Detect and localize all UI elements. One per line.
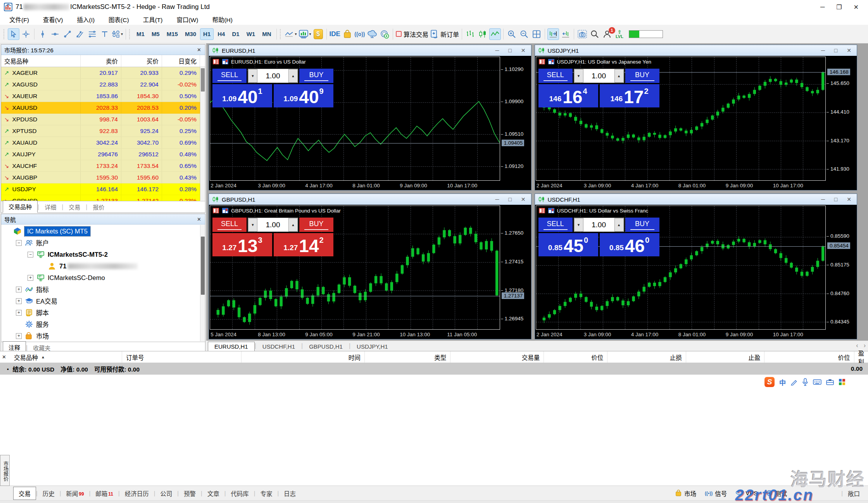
bottom-tab-8[interactable]: 文章 <box>202 487 224 500</box>
tree-expander[interactable]: + <box>16 287 22 292</box>
menu-item-0[interactable]: 文件(F) <box>2 14 36 25</box>
orders-column-1[interactable]: 订单号 <box>122 351 242 363</box>
volume-decrease-button[interactable]: ▼ <box>574 69 583 83</box>
sell-button[interactable]: SELL <box>538 69 573 83</box>
chart-window-titlebar[interactable]: USDCHF,H1─□✕ <box>535 194 857 205</box>
ime-mic-icon[interactable] <box>802 378 808 386</box>
market-watch-row-XAUEUR[interactable]: ↘XAUEUR1853.861854.300.50% <box>1 90 200 102</box>
vps-cloud-button[interactable] <box>366 28 378 40</box>
bottom-tab-6[interactable]: 公司 <box>155 487 177 500</box>
tree-expander[interactable]: − <box>16 240 22 246</box>
market-watch-tab-3[interactable]: 报价 <box>88 201 110 213</box>
bottom-tab-7[interactable]: 预警 <box>179 487 201 500</box>
one-click-trading-icon[interactable] <box>548 59 555 65</box>
one-click-trading-icon[interactable] <box>548 207 555 214</box>
bottom-tab-9[interactable]: 代码库 <box>226 487 254 500</box>
minimize-button[interactable]: ─ <box>495 47 499 54</box>
shapes-tool-button[interactable]: ▾ <box>111 28 123 40</box>
market-watch-column-2[interactable]: 买价 <box>121 55 162 67</box>
one-click-trading-icon[interactable] <box>222 59 229 65</box>
orders-column-9[interactable]: 盈利 <box>854 351 868 363</box>
market-watch-tab-1[interactable]: 详细 <box>39 201 62 213</box>
buy-price[interactable]: 0.85460 <box>600 233 659 256</box>
close-icon[interactable]: ✕ <box>196 47 202 53</box>
market-watch-row-GBPUSD[interactable]: ↘GBPUSD1.271331.271420.23% <box>1 195 200 201</box>
maximize-button[interactable]: ❐ <box>836 3 842 11</box>
close-button[interactable]: ✕ <box>521 196 526 202</box>
menu-item-1[interactable]: 查看(V) <box>36 14 70 25</box>
cursor-tool-button[interactable] <box>8 28 19 40</box>
orders-column-2[interactable]: 时间 <box>242 351 365 363</box>
chart-tab-usdjpy[interactable]: USDJPY,H1 <box>350 342 394 351</box>
candle-chart-mode-button[interactable] <box>477 28 488 40</box>
sell-button[interactable]: SELL <box>538 218 573 232</box>
market-watch-row-XPDUSD[interactable]: ↘XPDUSD998.741003.64-0.05% <box>1 114 200 125</box>
market-watch-scrollbar[interactable] <box>200 67 205 201</box>
navigator-header[interactable]: 导航 ✕ <box>1 214 205 225</box>
bottom-tab-11[interactable]: 日志 <box>279 487 301 500</box>
orders-column-3[interactable]: 类型 <box>365 351 451 363</box>
market-watch-row-XAGUSD[interactable]: ↗XAGUSD22.88322.904-0.02% <box>1 79 200 90</box>
chart-plot-area[interactable]: GBPUSD,H1: Great Britain Pound vs US Dol… <box>210 206 500 330</box>
market-watch-column-0[interactable]: 交易品种 <box>1 55 81 67</box>
depth-of-market-icon[interactable] <box>212 59 219 65</box>
market-watch-tab-0[interactable]: 交易品种 <box>3 201 38 213</box>
chart-canvas[interactable]: USDJPY,H1: US Dollar vs Japanese YenSELL… <box>535 56 857 190</box>
close-icon[interactable]: ✕ <box>196 216 202 222</box>
tree-item-7[interactable]: +脚本 <box>1 307 205 318</box>
tree-expander[interactable]: + <box>28 275 33 281</box>
chart-plot-area[interactable]: EURUSD,H1: Euro vs US DollarSELL▼1.00▲BU… <box>210 57 500 181</box>
zoom-out-button[interactable] <box>518 28 530 40</box>
tree-item-6[interactable]: +EA交易 <box>1 295 205 307</box>
tree-item-3[interactable]: 71 <box>1 260 205 272</box>
levels-button[interactable]: ⇧LVL <box>614 28 625 40</box>
buy-price[interactable]: 146172 <box>600 84 659 107</box>
bottom-tab-0[interactable]: 交易 <box>13 487 36 500</box>
market-store-button[interactable] <box>342 28 353 40</box>
maximize-button[interactable]: □ <box>508 196 511 202</box>
status-VPS[interactable]: VPS <box>735 490 758 497</box>
sell-button[interactable]: SELL <box>212 69 247 83</box>
volume-value[interactable]: 1.00 <box>257 218 288 232</box>
new-order-button[interactable]: 新订单 <box>430 28 459 40</box>
timeframe-d1-button[interactable]: D1 <box>229 28 242 40</box>
bar-chart-mode-button[interactable] <box>464 28 476 40</box>
ime-keyboard-icon[interactable] <box>813 379 821 385</box>
orders-column-0[interactable]: 交易品种▲ <box>10 351 122 363</box>
title-bar[interactable]: 71 ICMarketsSC-MT5-2 - Hedge - Raw Tradi… <box>0 0 868 14</box>
bottom-tab-2[interactable]: 历史 <box>38 487 60 500</box>
orders-column-4[interactable]: 交易量 <box>450 351 544 363</box>
vertical-dock-tab[interactable]: 市场报价 <box>0 455 10 486</box>
ime-pen-icon[interactable] <box>790 379 797 385</box>
market-watch-tab-2[interactable]: 交易 <box>63 201 86 213</box>
menu-item-2[interactable]: 插入(I) <box>70 14 102 25</box>
minimize-button[interactable]: ─ <box>820 3 825 11</box>
chart-tab-usdchf[interactable]: USDCHF,H1 <box>256 342 301 351</box>
volume-decrease-button[interactable]: ▼ <box>248 69 257 83</box>
bottom-tab-10[interactable]: 专家 <box>255 487 277 500</box>
market-watch-row-XPTUSD[interactable]: ↗XPTUSD922.83925.240.25% <box>1 125 200 137</box>
chart-window-titlebar[interactable]: EURUSD,H1─□✕ <box>209 45 531 56</box>
tree-item-8[interactable]: 服务 <box>1 318 205 330</box>
ide-button[interactable]: IDE <box>329 28 341 40</box>
menu-item-3[interactable]: 图表(C) <box>102 14 136 25</box>
ime-grid4-icon[interactable] <box>839 379 846 385</box>
close-button[interactable]: ✕ <box>847 196 851 202</box>
status-信号[interactable]: ((•))信号 <box>705 489 727 498</box>
market-watch-row-XAGEUR[interactable]: ↗XAGEUR20.91720.9330.29% <box>1 67 200 79</box>
depth-of-market-icon[interactable] <box>538 207 545 214</box>
buy-button[interactable]: BUY <box>625 218 659 232</box>
bottom-tab-5[interactable]: 经济日历 <box>120 487 154 500</box>
maximize-button[interactable]: □ <box>834 196 837 202</box>
volume-increase-button[interactable]: ▲ <box>288 218 298 232</box>
volume-increase-button[interactable]: ▲ <box>614 69 624 83</box>
fibonacci-tool-button[interactable] <box>86 28 98 40</box>
algo-trading-button[interactable]: 算法交易 <box>395 28 429 40</box>
tree-expander[interactable]: + <box>16 333 22 339</box>
search-button[interactable] <box>589 28 601 40</box>
user-account-button[interactable]: 1 <box>601 28 613 40</box>
market-watch-row-XAUCHF[interactable]: ↘XAUCHF1733.241733.540.65% <box>1 160 200 172</box>
bottom-tab-1[interactable]: 敞口 <box>843 487 865 500</box>
volume-value[interactable]: 1.00 <box>583 218 614 232</box>
sell-price[interactable]: 146164 <box>538 84 598 107</box>
